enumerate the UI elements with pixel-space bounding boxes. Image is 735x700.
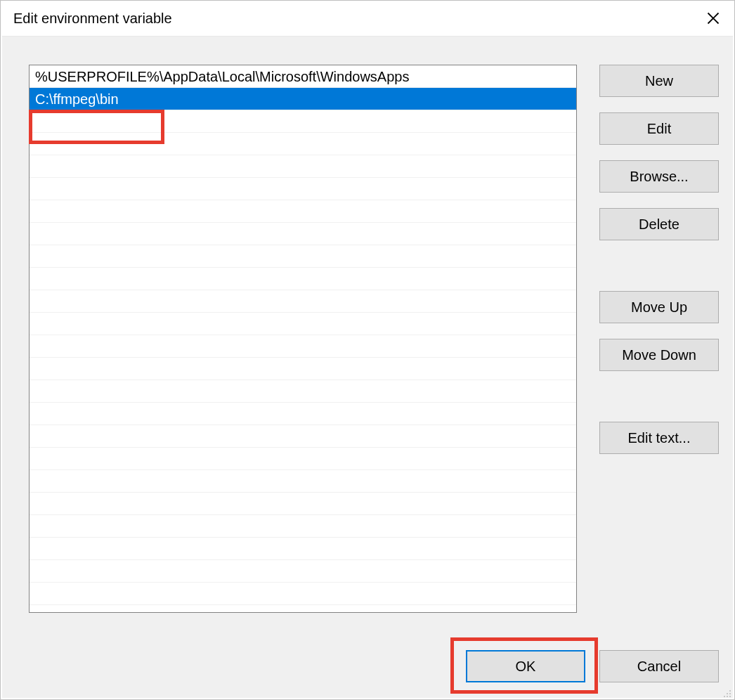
path-list-row-empty[interactable] bbox=[30, 380, 576, 403]
path-list-row-empty[interactable] bbox=[30, 425, 576, 448]
path-list-row-empty[interactable] bbox=[30, 133, 576, 155]
titlebar: Edit environment variable bbox=[1, 1, 734, 36]
path-list-row[interactable]: C:\ffmpeg\bin bbox=[30, 88, 576, 110]
close-icon bbox=[707, 12, 720, 25]
path-list-row-empty[interactable] bbox=[30, 110, 576, 133]
path-list-row-empty[interactable] bbox=[30, 155, 576, 178]
path-list-row-empty[interactable] bbox=[30, 448, 576, 470]
path-list-row-empty[interactable] bbox=[30, 178, 576, 200]
svg-point-7 bbox=[729, 696, 731, 697]
path-list-row-empty[interactable] bbox=[30, 515, 576, 538]
svg-point-3 bbox=[727, 693, 728, 694]
path-list-row-empty[interactable] bbox=[30, 313, 576, 335]
path-list[interactable]: %USERPROFILE%\AppData\Local\Microsoft\Wi… bbox=[29, 65, 577, 613]
path-list-row-empty[interactable] bbox=[30, 470, 576, 493]
cancel-button[interactable]: Cancel bbox=[599, 650, 719, 682]
resize-grip-icon[interactable] bbox=[720, 685, 731, 696]
edit-text-button[interactable]: Edit text... bbox=[599, 422, 719, 454]
svg-point-2 bbox=[729, 690, 731, 692]
window-title: Edit environment variable bbox=[13, 11, 172, 27]
path-list-row-empty[interactable] bbox=[30, 245, 576, 268]
path-list-row-empty[interactable] bbox=[30, 335, 576, 358]
path-list-row-empty[interactable] bbox=[30, 200, 576, 223]
path-list-row-empty[interactable] bbox=[30, 403, 576, 425]
new-button[interactable]: New bbox=[599, 65, 719, 97]
delete-button[interactable]: Delete bbox=[599, 208, 719, 240]
path-list-row-empty[interactable] bbox=[30, 538, 576, 560]
side-button-panel: New Edit Browse... Delete Move Up Move D… bbox=[599, 65, 719, 469]
footer-button-panel: OK Cancel bbox=[466, 650, 719, 682]
path-list-row-empty[interactable] bbox=[30, 493, 576, 515]
client-area: %USERPROFILE%\AppData\Local\Microsoft\Wi… bbox=[2, 36, 733, 698]
path-list-row-empty[interactable] bbox=[30, 268, 576, 290]
ok-button[interactable]: OK bbox=[466, 650, 585, 682]
svg-point-4 bbox=[729, 693, 731, 694]
edit-button[interactable]: Edit bbox=[599, 112, 719, 145]
path-list-row-empty[interactable] bbox=[30, 560, 576, 583]
path-list-row-empty[interactable] bbox=[30, 223, 576, 245]
path-list-row-empty[interactable] bbox=[30, 290, 576, 313]
path-list-row-empty[interactable] bbox=[30, 358, 576, 380]
svg-point-6 bbox=[727, 696, 728, 697]
browse-button[interactable]: Browse... bbox=[599, 160, 719, 193]
dialog-window: Edit environment variable %USERPROFILE%\… bbox=[0, 0, 735, 700]
move-up-button[interactable]: Move Up bbox=[599, 291, 719, 323]
move-down-button[interactable]: Move Down bbox=[599, 339, 719, 371]
svg-point-5 bbox=[724, 696, 725, 697]
close-button[interactable] bbox=[692, 1, 734, 36]
path-list-row[interactable]: %USERPROFILE%\AppData\Local\Microsoft\Wi… bbox=[30, 65, 576, 88]
path-list-row-empty[interactable] bbox=[30, 583, 576, 605]
